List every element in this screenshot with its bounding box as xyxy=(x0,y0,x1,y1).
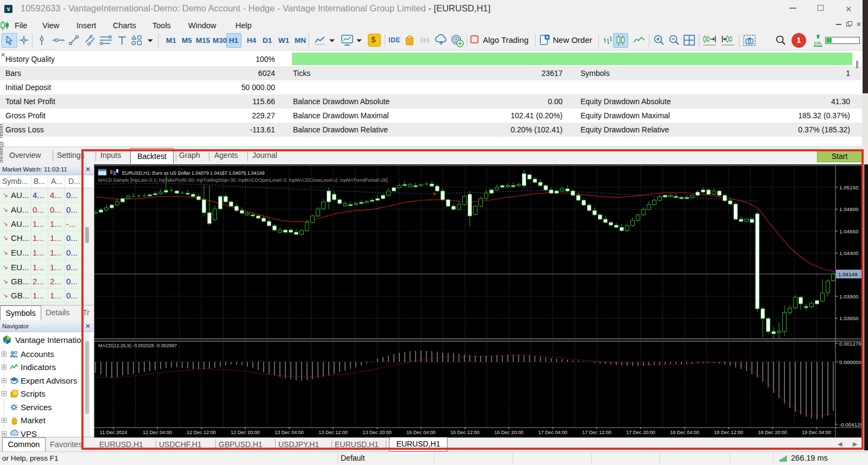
svg-text:LVL: LVL xyxy=(814,41,822,46)
